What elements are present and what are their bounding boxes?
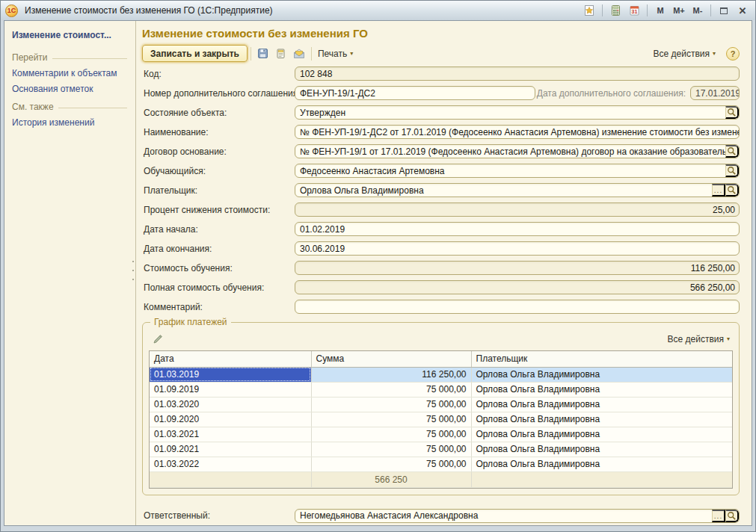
cell-date[interactable]: 01.03.2020 bbox=[150, 397, 311, 412]
table-all-actions-button[interactable]: Все действия ▾ bbox=[665, 332, 733, 346]
chevron-down-icon: ▾ bbox=[350, 51, 353, 57]
table-total-row: 566 250 bbox=[150, 471, 732, 487]
cell-amount[interactable]: 75 000,00 bbox=[311, 397, 471, 412]
post-document-button[interactable] bbox=[272, 46, 290, 62]
memory-m-minus-button[interactable]: M- bbox=[689, 4, 706, 18]
object-state-label: Состояние объекта: bbox=[142, 108, 295, 118]
all-actions-button[interactable]: Все действия ▾ bbox=[651, 47, 719, 61]
cell-amount[interactable]: 75 000,00 bbox=[311, 442, 471, 457]
help-button[interactable]: ? bbox=[726, 47, 740, 61]
see-also-label: См. также bbox=[12, 102, 54, 112]
date-start-input[interactable]: 01.02.2019 bbox=[295, 222, 740, 236]
envelope-icon bbox=[293, 49, 305, 59]
nav-section-label: Перейти bbox=[12, 52, 48, 63]
cell-date[interactable]: 01.09.2021 bbox=[150, 442, 311, 457]
cell-date[interactable]: 01.03.2022 bbox=[150, 457, 311, 471]
magnifier-icon bbox=[727, 166, 737, 176]
responsible-value: Негомедьянова Анастасия Александровна bbox=[300, 510, 712, 521]
sidebar-item-comments[interactable]: Комментарии к объектам bbox=[12, 68, 127, 78]
cell-amount[interactable]: 75 000,00 bbox=[311, 382, 471, 397]
student-lookup-button[interactable] bbox=[725, 164, 739, 177]
field-base-contract: Договор основание: № ФЕН-УП-19/1 от 17.0… bbox=[142, 144, 740, 158]
cell-amount[interactable]: 75 000,00 bbox=[311, 427, 471, 442]
cell-payer[interactable]: Орлова Ольга Владимировна bbox=[471, 367, 732, 382]
section-rule bbox=[58, 108, 127, 108]
code-input[interactable]: 102 848 bbox=[295, 66, 740, 81]
discount-percent-value: 25,00 bbox=[300, 205, 739, 215]
calculator-button[interactable] bbox=[607, 4, 624, 18]
cell-payer[interactable]: Орлова Ольга Владимировна bbox=[471, 427, 732, 442]
calendar-icon: 31 bbox=[629, 4, 640, 16]
mail-button[interactable] bbox=[290, 46, 308, 62]
maximize-button[interactable] bbox=[716, 4, 732, 18]
base-contract-input[interactable]: № ФЕН-УП-19/1 от 17.01.2019 (Федосеенко … bbox=[295, 144, 740, 158]
cell-amount[interactable]: 75 000,00 bbox=[311, 412, 471, 427]
cell-payer[interactable]: Орлова Ольга Владимировна bbox=[471, 442, 732, 457]
tuition-cost-input[interactable]: 116 250,00 bbox=[295, 261, 740, 275]
tuition-cost-label: Стоимость обучения: bbox=[142, 263, 295, 273]
full-tuition-cost-input[interactable]: 566 250,00 bbox=[295, 280, 740, 294]
responsible-label: Ответственный: bbox=[142, 510, 295, 521]
calendar-button[interactable]: 31 bbox=[626, 4, 642, 18]
cell-payer[interactable]: Орлова Ольга Владимировна bbox=[471, 382, 732, 397]
print-menu-button[interactable]: Печать ▾ bbox=[315, 47, 356, 61]
student-input[interactable]: Федосеенко Анастасия Артемовна bbox=[295, 164, 740, 178]
date-end-value: 30.06.2019 bbox=[300, 244, 739, 254]
close-button[interactable]: ✕ bbox=[734, 4, 751, 18]
cell-amount[interactable]: 75 000,00 bbox=[311, 457, 471, 471]
column-header-date[interactable]: Дата bbox=[150, 351, 311, 367]
date-end-input[interactable]: 30.06.2019 bbox=[295, 241, 740, 256]
name-input[interactable]: № ФЕН-УП-19/1-ДС2 от 17.01.2019 (Федосее… bbox=[295, 125, 740, 139]
cell-date[interactable]: 01.03.2021 bbox=[150, 427, 311, 442]
cell-amount[interactable]: 116 250,00 bbox=[311, 367, 471, 382]
close-icon: ✕ bbox=[739, 5, 747, 16]
base-contract-lookup-button[interactable] bbox=[725, 145, 739, 158]
save-and-close-button[interactable]: Записать и закрыть bbox=[142, 45, 248, 62]
object-state-input[interactable]: Утвержден bbox=[295, 105, 740, 120]
field-tuition-cost: Стоимость обучения: 116 250,00 bbox=[142, 261, 740, 275]
cell-payer[interactable]: Орлова Ольга Владимировна bbox=[471, 397, 732, 412]
sidebar-item-change-history[interactable]: История изменений bbox=[12, 117, 127, 128]
sidebar-splitter[interactable] bbox=[132, 21, 136, 525]
floppy-disk-icon bbox=[257, 48, 268, 59]
form-toolbar: Записать и закрыть bbox=[142, 45, 740, 62]
table-row: 01.03.2020 75 000,00 Орлова Ольга Владим… bbox=[150, 397, 732, 412]
form-fields: Код: 102 848 Номер дополнительного согла… bbox=[142, 66, 740, 319]
maximize-icon bbox=[720, 7, 728, 14]
responsible-ellipsis-button[interactable]: ... bbox=[712, 510, 725, 522]
cell-date[interactable]: 01.09.2019 bbox=[150, 382, 311, 397]
save-button[interactable] bbox=[254, 46, 272, 62]
date-end-label: Дата окончания: bbox=[142, 244, 295, 254]
payments-table: Дата Сумма Плательщик 01.03.2019 116 250… bbox=[150, 351, 732, 488]
agreement-date-input[interactable]: 17.01.2019 bbox=[690, 86, 740, 100]
comment-input[interactable] bbox=[295, 300, 740, 314]
discount-percent-input[interactable]: 25,00 bbox=[295, 202, 740, 217]
tuition-cost-value: 116 250,00 bbox=[300, 263, 739, 273]
column-header-payer[interactable]: Плательщик bbox=[471, 351, 732, 367]
total-empty-cell bbox=[471, 471, 732, 487]
toolbar-separator bbox=[251, 47, 251, 61]
payer-ellipsis-button[interactable]: ... bbox=[712, 184, 725, 197]
cell-date[interactable]: 01.09.2020 bbox=[150, 412, 311, 427]
payer-input[interactable]: Орлова Ольга Владимировна ... bbox=[295, 183, 740, 197]
responsible-lookup-button[interactable] bbox=[725, 510, 739, 522]
agreement-number-label: Номер дополнительного соглашения: bbox=[142, 88, 295, 99]
memory-m-plus-button[interactable]: M+ bbox=[671, 4, 687, 18]
cell-date[interactable]: 01.03.2019 bbox=[150, 367, 311, 382]
sidebar-item-mark-bases[interactable]: Основания отметок bbox=[12, 84, 127, 94]
pencil-icon bbox=[153, 334, 163, 344]
edit-row-button[interactable] bbox=[149, 331, 167, 347]
magnifier-icon bbox=[727, 108, 737, 117]
table-row: 01.09.2020 75 000,00 Орлова Ольга Владим… bbox=[150, 412, 732, 427]
cell-payer[interactable]: Орлова Ольга Владимировна bbox=[471, 457, 732, 471]
payer-lookup-button[interactable] bbox=[725, 184, 739, 197]
favorites-button[interactable] bbox=[581, 4, 597, 18]
post-document-icon bbox=[275, 48, 286, 59]
memory-m-button[interactable]: M bbox=[652, 4, 669, 18]
see-also-section-header: См. также bbox=[12, 102, 127, 112]
agreement-number-input[interactable]: ФЕН-УП-19/1-ДС2 bbox=[295, 86, 535, 100]
column-header-amount[interactable]: Сумма bbox=[311, 351, 471, 367]
cell-payer[interactable]: Орлова Ольга Владимировна bbox=[471, 412, 732, 427]
responsible-input[interactable]: Негомедьянова Анастасия Александровна ..… bbox=[295, 509, 740, 523]
object-state-lookup-button[interactable] bbox=[725, 106, 739, 119]
